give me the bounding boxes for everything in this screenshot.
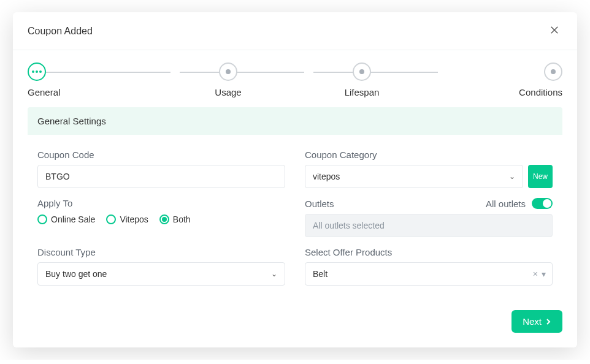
coupon-code-input[interactable] bbox=[37, 165, 285, 188]
discount-type-value: Buy two get one bbox=[45, 269, 107, 279]
step-circle-usage bbox=[219, 63, 237, 81]
label-discount-type: Discount Type bbox=[37, 247, 285, 257]
radio-icon bbox=[37, 214, 47, 224]
modal-footer: Next bbox=[13, 300, 577, 347]
label-outlets: Outlets All outlets bbox=[305, 198, 553, 209]
next-button-label: Next bbox=[523, 316, 542, 327]
label-coupon-category: Coupon Category bbox=[305, 150, 553, 160]
section-header-general: General Settings bbox=[28, 107, 562, 135]
step-general[interactable]: General bbox=[28, 63, 161, 97]
step-lifespan[interactable]: Lifespan bbox=[295, 63, 429, 97]
coupon-category-value: vitepos bbox=[313, 172, 340, 181]
label-apply-to: Apply To bbox=[37, 198, 285, 208]
step-conditions[interactable]: Conditions bbox=[429, 63, 562, 97]
new-category-button[interactable]: New bbox=[528, 165, 553, 188]
coupon-category-select[interactable]: vitepos ⌄ bbox=[305, 165, 523, 188]
radio-label: Both bbox=[173, 214, 191, 224]
chevron-right-icon bbox=[545, 316, 551, 327]
step-usage[interactable]: Usage bbox=[161, 63, 295, 97]
step-label: Lifespan bbox=[295, 87, 429, 97]
step-circle-conditions bbox=[544, 63, 562, 81]
step-connector bbox=[313, 72, 438, 73]
discount-type-select[interactable]: Buy two get one ⌄ bbox=[37, 262, 285, 286]
radio-icon bbox=[106, 214, 116, 224]
outlets-display: All outlets selected bbox=[305, 214, 553, 237]
dot-icon bbox=[551, 69, 556, 74]
step-connector bbox=[46, 72, 170, 73]
step-label: Usage bbox=[161, 87, 295, 97]
dot-icon bbox=[359, 69, 364, 74]
coupon-modal: Coupon Added General Usage Lifespan bbox=[13, 12, 577, 347]
stepper: General Usage Lifespan Conditions bbox=[13, 50, 577, 107]
radio-icon bbox=[159, 214, 169, 224]
close-button[interactable] bbox=[546, 22, 562, 40]
radio-label: Vitepos bbox=[120, 214, 148, 224]
radio-both[interactable]: Both bbox=[159, 214, 191, 224]
outlets-label-text: Outlets bbox=[305, 199, 334, 209]
next-button[interactable]: Next bbox=[511, 310, 562, 333]
ellipsis-icon bbox=[31, 70, 42, 73]
step-connector bbox=[180, 72, 304, 73]
selected-product-value: Belt bbox=[309, 269, 328, 279]
modal-title: Coupon Added bbox=[28, 26, 93, 37]
apply-to-radio-group: Online Sale Vitepos Both bbox=[37, 213, 285, 224]
chevron-down-icon: ⌄ bbox=[271, 270, 277, 278]
step-label: General bbox=[28, 87, 161, 97]
dot-icon bbox=[226, 69, 231, 74]
modal-header: Coupon Added bbox=[13, 12, 577, 50]
all-outlets-toggle[interactable] bbox=[532, 198, 553, 209]
radio-vitepos[interactable]: Vitepos bbox=[106, 214, 148, 224]
form-body: Coupon Code Coupon Category vitepos ⌄ Ne… bbox=[13, 135, 577, 300]
select-products-input[interactable]: Belt × ▾ bbox=[305, 262, 553, 286]
radio-online-sale[interactable]: Online Sale bbox=[37, 214, 95, 224]
step-circle-lifespan bbox=[353, 63, 371, 81]
label-coupon-code: Coupon Code bbox=[37, 150, 285, 160]
close-icon bbox=[549, 28, 560, 37]
label-select-products: Select Offer Products bbox=[305, 247, 553, 257]
clear-icon[interactable]: × bbox=[533, 269, 538, 279]
step-circle-general bbox=[28, 63, 46, 81]
radio-label: Online Sale bbox=[51, 214, 95, 224]
all-outlets-label: All outlets bbox=[486, 199, 526, 209]
step-label: Conditions bbox=[429, 87, 562, 97]
chevron-down-icon[interactable]: ▾ bbox=[542, 269, 546, 279]
chevron-down-icon: ⌄ bbox=[509, 172, 515, 181]
